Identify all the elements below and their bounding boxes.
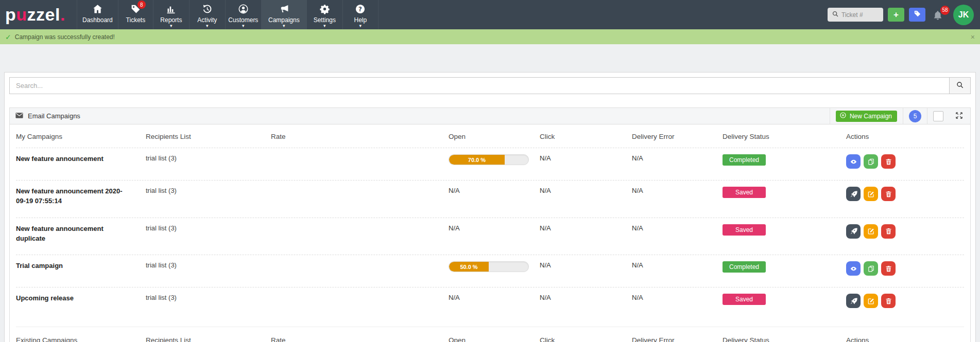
search-input[interactable] (9, 77, 949, 94)
fullscreen-button[interactable] (955, 111, 964, 121)
campaigns-panel: Email Campaigns New Campaign 5 (4, 72, 976, 342)
widget-header: Email Campaigns New Campaign 5 (10, 108, 970, 124)
click-rate: N/A (540, 187, 632, 194)
edit-campaign-button[interactable] (864, 187, 878, 201)
row-actions (846, 154, 964, 169)
trash-icon (885, 227, 892, 235)
footer-column-header-recipients-list: Recipients List (146, 336, 271, 342)
edit-icon (867, 297, 875, 305)
chevron-down-icon: ▾ (206, 24, 209, 28)
widget-title-text: Email Campaigns (28, 112, 80, 120)
footer-column-header-delivery-status: Delivery Status (723, 336, 846, 342)
nav-item-settings[interactable]: Settings▾ (306, 0, 342, 29)
delete-campaign-button[interactable] (881, 294, 896, 308)
new-campaign-button[interactable]: New Campaign (836, 111, 897, 122)
delivery-status: Saved (723, 187, 846, 198)
row-actions (846, 187, 964, 201)
tags-button[interactable] (909, 8, 925, 22)
history-icon (202, 4, 213, 14)
nav-item-help[interactable]: ?Help▾ (342, 0, 379, 29)
close-banner-icon[interactable]: × (971, 33, 975, 41)
user-avatar[interactable]: JK (953, 5, 974, 25)
search-button[interactable] (949, 77, 971, 94)
delete-campaign-button[interactable] (881, 187, 896, 201)
column-header-delivery-error: Delivery Error (632, 133, 723, 140)
ticket-number-input[interactable] (841, 11, 879, 19)
notifications-button[interactable]: 58 (932, 8, 945, 22)
delivery-status: Saved (723, 294, 846, 305)
recipients-list: trial list (3) (146, 294, 271, 301)
edit-campaign-button[interactable] (864, 224, 878, 239)
send-campaign-button[interactable] (846, 294, 861, 308)
logo-dot: . (60, 5, 65, 25)
logo-accent-u: u (16, 5, 27, 25)
duplicate-campaign-button[interactable] (864, 261, 878, 276)
nav-item-label: Activity (197, 16, 217, 24)
expand-icon (955, 111, 964, 121)
nav-item-activity[interactable]: Activity▾ (189, 0, 225, 29)
send-campaign-button[interactable] (846, 224, 861, 239)
envelope-icon (15, 111, 24, 121)
svg-text:?: ? (358, 6, 362, 13)
send-campaign-button[interactable] (846, 187, 861, 201)
tag-icon (914, 10, 921, 20)
rocket-icon (850, 297, 857, 305)
copy-icon (867, 158, 875, 166)
campaign-row: New feature announcementtrial list (3)70… (16, 148, 964, 180)
open-rate: N/A (449, 224, 540, 232)
help-icon: ? (355, 4, 366, 14)
ticket-search (828, 8, 883, 22)
nav-item-label: Dashboard (82, 16, 113, 24)
delete-campaign-button[interactable] (881, 261, 896, 276)
trash-icon (885, 190, 892, 198)
nav-right-cluster: + 58 JK (828, 0, 980, 29)
click-rate: N/A (540, 224, 632, 232)
open-rate-progress-bar: 70.0 % (449, 154, 529, 165)
add-ticket-button[interactable]: + (888, 8, 904, 22)
user-icon (238, 4, 249, 14)
open-rate: 70.0 % (449, 154, 540, 165)
nav-item-dashboard[interactable]: Dashboard (77, 0, 118, 29)
delivery-error: N/A (632, 294, 723, 301)
delivery-error: N/A (632, 224, 723, 232)
view-campaign-button[interactable] (846, 154, 861, 169)
tickets-count-badge: 8 (137, 1, 146, 9)
row-actions (846, 261, 964, 276)
nav-item-reports[interactable]: Reports▾ (153, 0, 189, 29)
recipients-list: trial list (3) (146, 154, 271, 162)
email-campaigns-widget: Email Campaigns New Campaign 5 (9, 107, 971, 342)
open-rate-progress-bar: 50.0 % (449, 261, 529, 272)
trash-icon (885, 265, 892, 273)
edit-icon (867, 227, 875, 235)
campaigns-table: My CampaignsRecipients ListRateOpenClick… (10, 124, 970, 342)
campaign-search (9, 77, 971, 94)
plus-circle-icon (839, 112, 847, 120)
open-rate: 50.0 % (449, 261, 540, 272)
rocket-icon (850, 190, 857, 198)
campaign-row: New feature announcement duplicatetrial … (16, 218, 964, 255)
status-badge: Completed (723, 261, 766, 273)
recipients-list: trial list (3) (146, 261, 271, 269)
puzzel-logo[interactable]: puzzel. (0, 0, 77, 29)
select-all-checkbox[interactable] (933, 111, 943, 121)
footer-column-header-delivery-error: Delivery Error (632, 336, 723, 342)
edit-icon (867, 190, 875, 198)
page-content: Email Campaigns New Campaign 5 (0, 44, 980, 342)
delete-campaign-button[interactable] (881, 154, 896, 169)
nav-item-tickets[interactable]: Tickets8 (118, 0, 153, 29)
recipients-list: trial list (3) (146, 224, 271, 232)
duplicate-campaign-button[interactable] (864, 154, 878, 169)
delete-campaign-button[interactable] (881, 224, 896, 239)
nav-item-campaigns[interactable]: Campaigns▾ (261, 0, 306, 29)
nav-item-customers[interactable]: Customers▾ (225, 0, 261, 29)
edit-campaign-button[interactable] (864, 294, 878, 308)
widget-title: Email Campaigns (15, 111, 80, 121)
click-rate: N/A (540, 261, 632, 269)
table-header-row: My CampaignsRecipients ListRateOpenClick… (16, 124, 964, 148)
campaign-count-badge[interactable]: 5 (909, 110, 921, 122)
top-navigation: puzzel. DashboardTickets8Reports▾Activit… (0, 0, 980, 29)
row-actions (846, 294, 964, 308)
table-body: New feature announcementtrial list (3)70… (16, 148, 964, 319)
view-campaign-button[interactable] (846, 261, 861, 276)
delivery-status: Completed (723, 154, 846, 166)
